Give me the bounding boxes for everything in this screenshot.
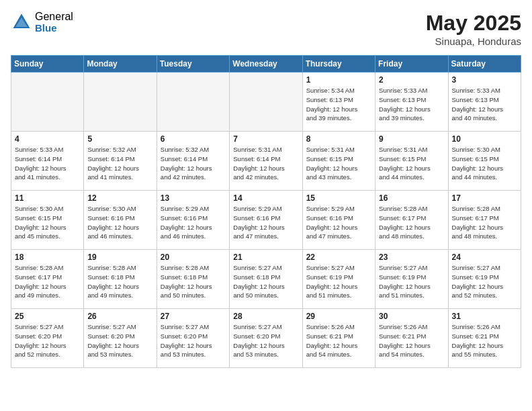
title-month: May 2025 [426,11,521,36]
day-info: Sunrise: 5:31 AM Sunset: 6:14 PM Dayligh… [233,145,298,182]
calendar-cell: 30Sunrise: 5:26 AM Sunset: 6:21 PM Dayli… [375,309,448,368]
day-number: 15 [306,193,371,203]
day-info: Sunrise: 5:29 AM Sunset: 6:16 PM Dayligh… [306,204,371,241]
day-info: Sunrise: 5:32 AM Sunset: 6:14 PM Dayligh… [161,145,226,182]
calendar-cell: 13Sunrise: 5:29 AM Sunset: 6:16 PM Dayli… [157,191,229,250]
logo-blue: Blue [35,23,73,34]
title-location: Sinuapa, Honduras [426,36,521,47]
day-number: 6 [161,134,226,144]
day-number: 14 [233,193,298,203]
day-info: Sunrise: 5:28 AM Sunset: 6:17 PM Dayligh… [452,204,517,241]
calendar-cell: 25Sunrise: 5:27 AM Sunset: 6:20 PM Dayli… [11,309,84,368]
calendar-cell: 18Sunrise: 5:28 AM Sunset: 6:17 PM Dayli… [11,250,84,309]
day-number: 26 [87,312,152,321]
day-number: 10 [452,134,517,144]
calendar-cell: 29Sunrise: 5:26 AM Sunset: 6:21 PM Dayli… [302,309,375,368]
day-info: Sunrise: 5:29 AM Sunset: 6:16 PM Dayligh… [233,204,298,241]
day-info: Sunrise: 5:30 AM Sunset: 6:16 PM Dayligh… [87,204,152,241]
day-number: 24 [452,253,517,262]
calendar-cell: 3Sunrise: 5:33 AM Sunset: 6:13 PM Daylig… [448,73,521,132]
day-info: Sunrise: 5:30 AM Sunset: 6:15 PM Dayligh… [452,145,517,182]
calendar-cell [157,73,229,132]
calendar-cell [230,73,302,132]
day-info: Sunrise: 5:28 AM Sunset: 6:18 PM Dayligh… [87,263,152,300]
logo-general: General [35,11,73,23]
logo-text: General Blue [35,11,73,34]
calendar-cell: 8Sunrise: 5:31 AM Sunset: 6:15 PM Daylig… [302,132,375,191]
day-number: 19 [87,253,152,262]
day-info: Sunrise: 5:33 AM Sunset: 6:13 PM Dayligh… [452,86,517,123]
calendar-cell: 7Sunrise: 5:31 AM Sunset: 6:14 PM Daylig… [230,132,302,191]
day-info: Sunrise: 5:32 AM Sunset: 6:14 PM Dayligh… [87,145,152,182]
day-number: 31 [452,312,517,321]
day-number: 29 [306,312,371,321]
calendar-cell: 27Sunrise: 5:27 AM Sunset: 6:20 PM Dayli… [157,309,229,368]
day-info: Sunrise: 5:27 AM Sunset: 6:18 PM Dayligh… [233,263,298,300]
calendar-cell: 4Sunrise: 5:33 AM Sunset: 6:14 PM Daylig… [11,132,84,191]
day-info: Sunrise: 5:27 AM Sunset: 6:19 PM Dayligh… [379,263,444,300]
day-number: 3 [452,75,517,85]
calendar-cell: 10Sunrise: 5:30 AM Sunset: 6:15 PM Dayli… [448,132,521,191]
day-info: Sunrise: 5:27 AM Sunset: 6:20 PM Dayligh… [15,322,80,359]
day-info: Sunrise: 5:33 AM Sunset: 6:13 PM Dayligh… [379,86,444,123]
calendar-header-row: SundayMondayTuesdayWednesdayThursdayFrid… [11,56,521,73]
header-friday: Friday [375,56,448,73]
day-info: Sunrise: 5:30 AM Sunset: 6:15 PM Dayligh… [15,204,80,241]
day-number: 2 [379,75,444,85]
page-header: General Blue May 2025 Sinuapa, Honduras [11,11,521,47]
calendar-cell: 24Sunrise: 5:27 AM Sunset: 6:19 PM Dayli… [448,250,521,309]
calendar-cell: 2Sunrise: 5:33 AM Sunset: 6:13 PM Daylig… [375,73,448,132]
calendar-cell: 16Sunrise: 5:28 AM Sunset: 6:17 PM Dayli… [375,191,448,250]
day-info: Sunrise: 5:27 AM Sunset: 6:20 PM Dayligh… [161,322,226,359]
calendar-week-1: 1Sunrise: 5:34 AM Sunset: 6:13 PM Daylig… [11,73,521,132]
calendar-cell: 31Sunrise: 5:26 AM Sunset: 6:21 PM Dayli… [448,309,521,368]
calendar-cell [84,73,157,132]
day-number: 9 [379,134,444,144]
calendar-cell: 26Sunrise: 5:27 AM Sunset: 6:20 PM Dayli… [84,309,157,368]
day-number: 8 [306,134,371,144]
calendar-cell [11,73,84,132]
day-info: Sunrise: 5:28 AM Sunset: 6:18 PM Dayligh… [161,263,226,300]
calendar-cell: 23Sunrise: 5:27 AM Sunset: 6:19 PM Dayli… [375,250,448,309]
calendar-week-4: 18Sunrise: 5:28 AM Sunset: 6:17 PM Dayli… [11,250,521,309]
day-number: 13 [161,193,226,203]
day-number: 21 [233,253,298,262]
calendar-cell: 15Sunrise: 5:29 AM Sunset: 6:16 PM Dayli… [302,191,375,250]
day-number: 20 [161,253,226,262]
day-info: Sunrise: 5:31 AM Sunset: 6:15 PM Dayligh… [306,145,371,182]
day-number: 5 [87,134,152,144]
calendar-week-2: 4Sunrise: 5:33 AM Sunset: 6:14 PM Daylig… [11,132,521,191]
day-number: 23 [379,253,444,262]
header-monday: Monday [84,56,157,73]
day-info: Sunrise: 5:34 AM Sunset: 6:13 PM Dayligh… [306,86,371,123]
day-info: Sunrise: 5:26 AM Sunset: 6:21 PM Dayligh… [379,322,444,359]
calendar-cell: 9Sunrise: 5:31 AM Sunset: 6:15 PM Daylig… [375,132,448,191]
day-info: Sunrise: 5:29 AM Sunset: 6:16 PM Dayligh… [161,204,226,241]
day-info: Sunrise: 5:26 AM Sunset: 6:21 PM Dayligh… [452,322,517,359]
day-number: 4 [15,134,80,144]
day-info: Sunrise: 5:27 AM Sunset: 6:20 PM Dayligh… [233,322,298,359]
header-thursday: Thursday [302,56,375,73]
calendar-cell: 1Sunrise: 5:34 AM Sunset: 6:13 PM Daylig… [302,73,375,132]
day-info: Sunrise: 5:31 AM Sunset: 6:15 PM Dayligh… [379,145,444,182]
day-info: Sunrise: 5:27 AM Sunset: 6:20 PM Dayligh… [87,322,152,359]
day-info: Sunrise: 5:28 AM Sunset: 6:17 PM Dayligh… [379,204,444,241]
calendar-cell: 21Sunrise: 5:27 AM Sunset: 6:18 PM Dayli… [230,250,302,309]
day-number: 28 [233,312,298,321]
calendar-cell: 6Sunrise: 5:32 AM Sunset: 6:14 PM Daylig… [157,132,229,191]
day-number: 11 [15,193,80,203]
calendar-cell: 12Sunrise: 5:30 AM Sunset: 6:16 PM Dayli… [84,191,157,250]
calendar-cell: 11Sunrise: 5:30 AM Sunset: 6:15 PM Dayli… [11,191,84,250]
header-wednesday: Wednesday [230,56,302,73]
header-saturday: Saturday [448,56,521,73]
header-sunday: Sunday [11,56,84,73]
day-info: Sunrise: 5:33 AM Sunset: 6:14 PM Dayligh… [15,145,80,182]
logo: General Blue [11,11,73,34]
day-number: 17 [452,193,517,203]
day-info: Sunrise: 5:27 AM Sunset: 6:19 PM Dayligh… [452,263,517,300]
day-info: Sunrise: 5:26 AM Sunset: 6:21 PM Dayligh… [306,322,371,359]
day-number: 18 [15,253,80,262]
calendar-week-3: 11Sunrise: 5:30 AM Sunset: 6:15 PM Dayli… [11,191,521,250]
calendar-week-5: 25Sunrise: 5:27 AM Sunset: 6:20 PM Dayli… [11,309,521,368]
day-number: 30 [379,312,444,321]
